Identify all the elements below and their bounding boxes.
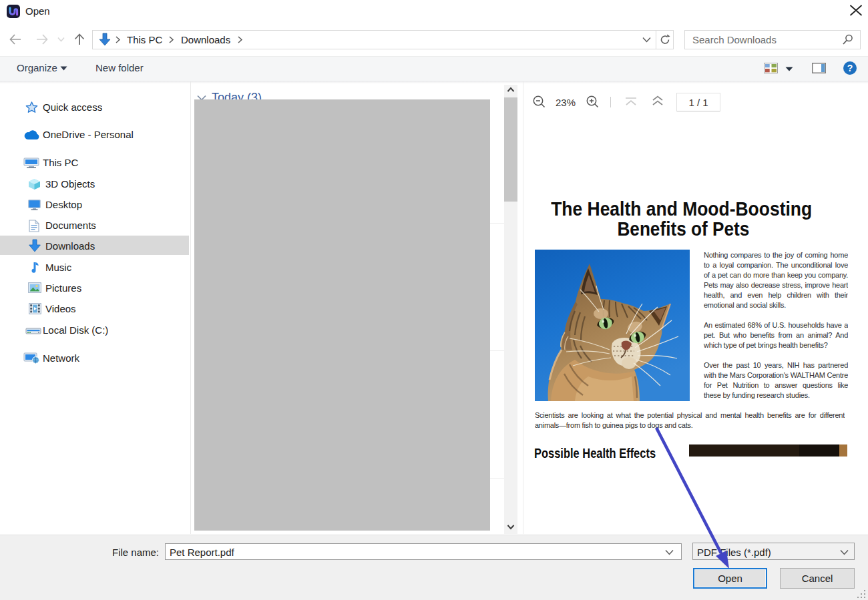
svg-text:?: ? bbox=[847, 63, 853, 73]
